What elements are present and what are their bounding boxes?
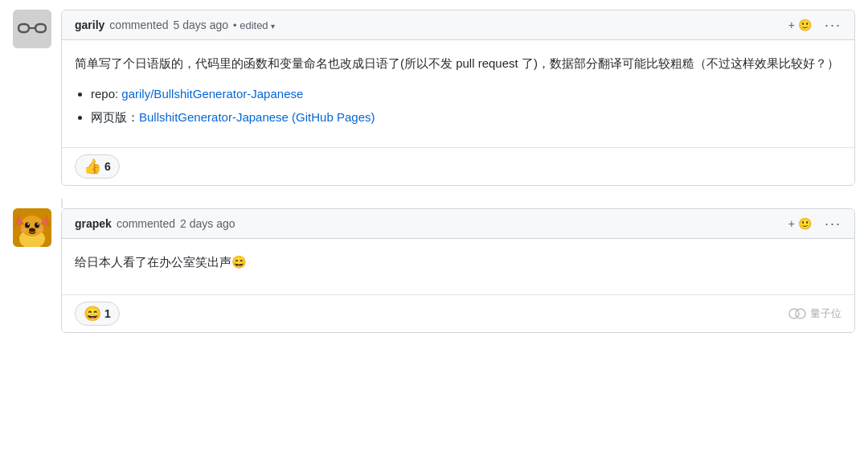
comment-actions-1: + 🙂 ··· bbox=[785, 17, 841, 33]
plus-icon-2: + bbox=[788, 217, 795, 230]
svg-point-18 bbox=[38, 228, 44, 232]
grin-reaction-2[interactable]: 😄 1 bbox=[75, 302, 120, 326]
list-prefix-1-2: 网页版： bbox=[91, 110, 139, 124]
comment-actions-2: + 🙂 ··· bbox=[785, 216, 841, 232]
svg-point-15 bbox=[37, 223, 39, 224]
body-text-2: 给日本人看了在办公室笑出声😄 bbox=[75, 252, 841, 273]
thumbsup-emoji: 👍 bbox=[84, 158, 101, 175]
grin-count-2: 1 bbox=[104, 307, 111, 320]
emoji-icon-1: 🙂 bbox=[798, 18, 812, 31]
comment-1: garily commented 5 days ago • edited ▾ +… bbox=[13, 10, 855, 186]
svg-point-14 bbox=[27, 223, 29, 224]
list-item-1-1: repo: garily/BullshitGenerator-Japanese bbox=[91, 84, 841, 105]
svg-point-16 bbox=[29, 228, 35, 232]
username-2[interactable]: grapek bbox=[75, 217, 112, 230]
comment-meta-2: grapek commented 2 days ago bbox=[75, 217, 235, 230]
thumbsup-count-1: 6 bbox=[104, 160, 111, 173]
comment-body-1: 简单写了个日语版的，代码里的函数和变量命名也改成日语了(所以不发 pull re… bbox=[62, 40, 854, 147]
list-item-1-2: 网页版：BullshitGenerator-Japanese (GitHub P… bbox=[91, 107, 841, 128]
dropdown-arrow-1[interactable]: ▾ bbox=[271, 22, 275, 31]
pages-link[interactable]: BullshitGenerator-Japanese (GitHub Pages… bbox=[139, 110, 375, 124]
svg-point-13 bbox=[35, 222, 39, 228]
comment-card-1: garily commented 5 days ago • edited ▾ +… bbox=[61, 10, 855, 186]
svg-point-17 bbox=[20, 228, 27, 232]
comment-body-2: 给日本人看了在办公室笑出声😄 bbox=[62, 239, 854, 295]
list-prefix-1-1: repo: bbox=[91, 87, 121, 101]
body-paragraph-1: 简单写了个日语版的，代码里的函数和变量命名也改成日语了(所以不发 pull re… bbox=[75, 53, 841, 74]
react-button-2[interactable]: + 🙂 bbox=[785, 216, 815, 232]
more-button-1[interactable]: ··· bbox=[825, 18, 841, 32]
thumbsup-reaction-1[interactable]: 👍 6 bbox=[75, 154, 120, 179]
comment-header-2: grapek commented 2 days ago + 🙂 ··· bbox=[62, 209, 854, 239]
reactions-bar-1: 👍 6 bbox=[62, 147, 854, 185]
react-button-1[interactable]: + 🙂 bbox=[785, 17, 815, 33]
edited-tag-1[interactable]: • edited ▾ bbox=[233, 19, 275, 31]
comment-action-1: commented bbox=[109, 18, 168, 31]
comment-header-1: garily commented 5 days ago • edited ▾ +… bbox=[62, 10, 854, 40]
watermark: 量子位 bbox=[788, 306, 841, 321]
more-button-2[interactable]: ··· bbox=[825, 216, 841, 231]
grin-emoji: 😄 bbox=[84, 305, 101, 322]
svg-rect-0 bbox=[18, 24, 29, 32]
plus-icon-1: + bbox=[788, 18, 795, 31]
comment-action-2: commented bbox=[117, 217, 175, 230]
svg-rect-1 bbox=[35, 24, 46, 32]
comment-time-2: 2 days ago bbox=[180, 217, 235, 230]
username-1[interactable]: garily bbox=[75, 18, 104, 31]
repo-link[interactable]: garily/BullshitGenerator-Japanese bbox=[121, 87, 303, 101]
connector-line bbox=[61, 199, 855, 208]
body-list-1: repo: garily/BullshitGenerator-Japanese … bbox=[91, 84, 841, 128]
svg-point-12 bbox=[25, 222, 30, 228]
avatar-grapek bbox=[13, 208, 51, 247]
comment-card-2: grapek commented 2 days ago + 🙂 ··· 给日本人… bbox=[61, 208, 855, 334]
watermark-logo-icon bbox=[788, 307, 806, 320]
comment-meta-1: garily commented 5 days ago • edited ▾ bbox=[75, 18, 275, 31]
comment-time-1: 5 days ago bbox=[174, 18, 229, 31]
watermark-text: 量子位 bbox=[810, 306, 841, 321]
reactions-bar-2: 😄 1 量子位 bbox=[62, 294, 854, 332]
avatar-garily bbox=[13, 10, 51, 48]
svg-point-20 bbox=[796, 309, 805, 318]
comment-2: grapek commented 2 days ago + 🙂 ··· 给日本人… bbox=[13, 208, 855, 334]
emoji-icon-2: 🙂 bbox=[798, 217, 812, 230]
